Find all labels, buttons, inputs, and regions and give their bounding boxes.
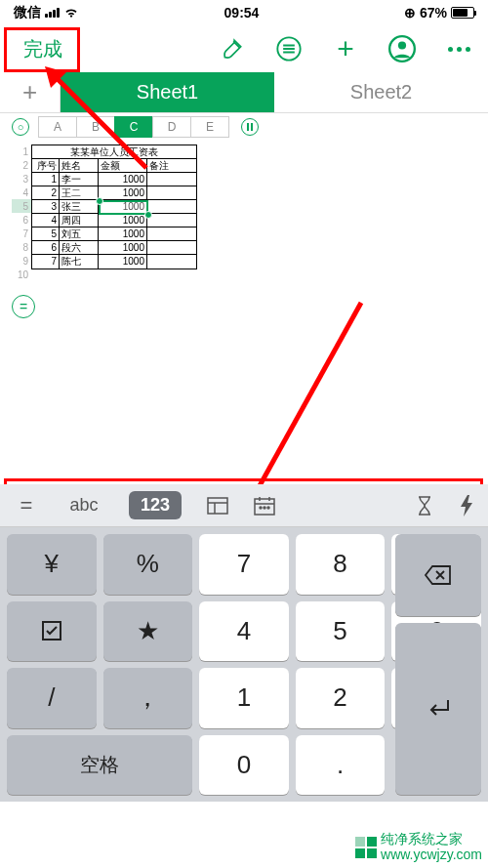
row-numbers: 1234 5678 910: [12, 145, 31, 281]
brush-icon[interactable]: [219, 35, 246, 62]
key-enter[interactable]: [395, 623, 481, 795]
kb-tab-icon[interactable]: [207, 497, 228, 515]
key-comma[interactable]: ，: [103, 668, 193, 728]
kb-lightning-icon[interactable]: [459, 494, 474, 517]
svg-point-8: [264, 507, 265, 509]
kb-mode-formula[interactable]: =: [14, 493, 39, 518]
selection-box: [99, 200, 148, 215]
key-star[interactable]: ★: [103, 601, 193, 662]
key-checkbox[interactable]: [7, 601, 97, 662]
signal-icon: [45, 8, 60, 18]
kb-calendar-icon[interactable]: [254, 496, 275, 516]
col-a[interactable]: A: [38, 116, 77, 138]
formula-button[interactable]: =: [12, 295, 35, 318]
key-backspace[interactable]: [395, 534, 481, 616]
alarm-icon: ⊕: [404, 5, 416, 21]
menu-icon[interactable]: [275, 35, 303, 62]
key-1[interactable]: 1: [199, 668, 289, 728]
carrier: 微信: [14, 4, 41, 21]
svg-point-2: [398, 41, 406, 49]
key-dot[interactable]: .: [296, 735, 386, 796]
key-yen[interactable]: ¥: [7, 534, 97, 595]
spreadsheet[interactable]: 1234 5678 910 某某单位人员工资表 序号姓名金额备注 1李一1000…: [0, 145, 488, 281]
watermark: 纯净系统之家 www.ycwjzy.com: [355, 832, 482, 862]
svg-rect-5: [208, 498, 227, 514]
col-b[interactable]: B: [76, 116, 115, 138]
key-0[interactable]: 0: [199, 735, 289, 796]
keyboard-mode-bar: = abc 123: [0, 484, 488, 527]
key-7[interactable]: 7: [199, 534, 289, 595]
svg-point-9: [267, 507, 269, 509]
col-d[interactable]: D: [152, 116, 191, 138]
svg-point-7: [260, 507, 262, 509]
clock: 09:54: [224, 5, 260, 21]
col-e[interactable]: E: [190, 116, 229, 138]
pause-icon[interactable]: [241, 118, 259, 136]
sheet-tabs: + Sheet1 Sheet2: [0, 72, 488, 113]
kb-mode-123[interactable]: 123: [129, 491, 182, 519]
key-5[interactable]: 5: [296, 601, 386, 662]
col-c[interactable]: C: [114, 116, 153, 138]
more-icon[interactable]: [445, 35, 472, 62]
key-slash[interactable]: /: [7, 668, 97, 728]
status-bar: 微信 09:54 ⊕ 67%: [0, 0, 488, 25]
battery-icon: [451, 7, 474, 19]
battery-pct: 67%: [420, 5, 447, 21]
wifi-icon: [63, 7, 79, 19]
add-icon[interactable]: +: [332, 35, 359, 62]
annotation-highlight-done: [4, 27, 80, 72]
key-percent[interactable]: %: [103, 534, 193, 595]
kb-mode-abc[interactable]: abc: [64, 495, 103, 516]
table-title: 某某单位人员工资表: [32, 145, 196, 159]
add-sheet-button[interactable]: +: [0, 72, 61, 112]
tab-sheet2[interactable]: Sheet2: [274, 72, 488, 112]
column-header: ○ A B C D E: [0, 113, 488, 141]
tab-sheet1[interactable]: Sheet1: [61, 72, 274, 112]
key-space[interactable]: 空格: [7, 735, 192, 796]
key-8[interactable]: 8: [296, 534, 386, 595]
kb-hourglass-icon[interactable]: [416, 495, 433, 517]
key-2[interactable]: 2: [296, 668, 386, 728]
profile-icon[interactable]: [388, 35, 416, 62]
record-icon[interactable]: ○: [12, 118, 29, 136]
key-4[interactable]: 4: [199, 601, 289, 662]
